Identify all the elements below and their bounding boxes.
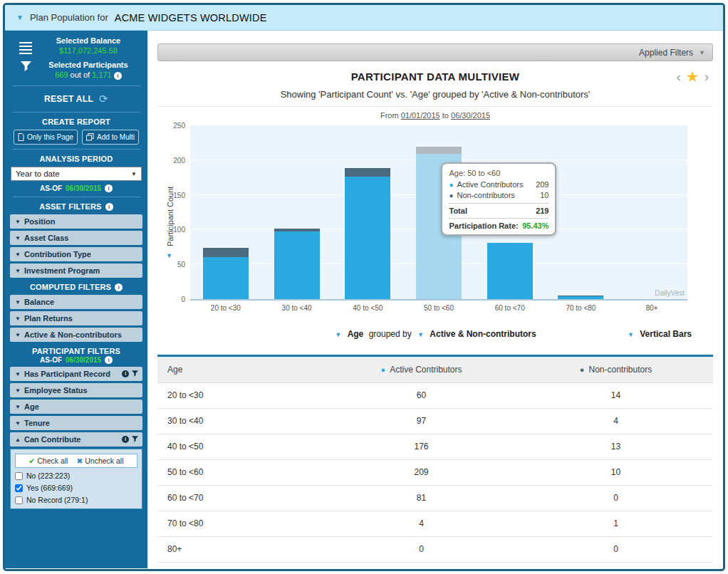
filter-item-plan-returns[interactable]: ▼Plan Returns — [10, 311, 142, 325]
non-contributors-dot-icon: ● — [449, 192, 453, 199]
value-cell: 0 — [324, 536, 519, 562]
can-contribute-panel: ✔Check all ✖Uncheck all No (223:223)Yes … — [10, 449, 142, 509]
bar-active-20-to-30[interactable] — [203, 257, 249, 299]
table-row: 70 to <8041 — [157, 511, 713, 536]
filter-funnel-icon[interactable] — [21, 61, 31, 74]
checkbox[interactable] — [15, 484, 23, 492]
filter-item-label: Can Contribute — [24, 435, 122, 444]
info-icon[interactable]: i — [114, 72, 122, 80]
x-tick-label: 30 to <40 — [282, 304, 312, 312]
chevron-down-icon: ▼ — [699, 49, 705, 56]
funnel-icon[interactable] — [132, 435, 138, 444]
bar-non-40-to-50[interactable] — [345, 168, 390, 177]
table-row: 50 to <6020910 — [157, 459, 713, 485]
applied-filters-label: Applied Filters — [639, 48, 693, 58]
filter-item-can-contribute[interactable]: ▲Can Contributei — [10, 432, 142, 447]
asset-filters-label: ASSET FILTERSi — [8, 202, 145, 211]
funnel-icon[interactable] — [132, 370, 138, 378]
y-axis-caret-icon[interactable]: ▼ — [166, 252, 172, 259]
filter-item-label: Active & Non-contributors — [24, 330, 138, 339]
table-row: 20 to <306014 — [157, 382, 713, 408]
filter-item-age[interactable]: ▼Age — [10, 400, 142, 414]
active-column-header: ●Active Contributors — [324, 357, 519, 382]
checkbox[interactable] — [15, 496, 23, 504]
info-icon[interactable]: i — [122, 370, 129, 377]
reset-all-button[interactable]: RESET ALL ⟳ — [5, 90, 147, 108]
chart-type-select[interactable]: Vertical Bars — [640, 329, 692, 339]
bar-active-70-to-80[interactable] — [558, 296, 603, 299]
y-tick-label: 250 — [173, 122, 185, 130]
bar-non-70-to-80[interactable] — [558, 296, 603, 296]
bar-active-40-to-50[interactable] — [345, 177, 390, 299]
expand-caret-icon: ▼ — [15, 420, 21, 427]
info-icon[interactable]: i — [115, 283, 123, 291]
filter-item-investment-program[interactable]: ▼Investment Program — [10, 263, 142, 278]
filter-item-balance[interactable]: ▼Balance — [10, 295, 142, 309]
checkbox[interactable] — [15, 472, 23, 480]
info-icon[interactable]: i — [105, 184, 113, 192]
filter-item-has-participant-record[interactable]: ▼Has Participant Recordi — [10, 367, 142, 381]
filter-item-asset-class[interactable]: ▼Asset Class — [10, 231, 142, 245]
chart-type-caret-icon[interactable]: ▼ — [628, 331, 634, 338]
value-cell: 13 — [519, 434, 713, 459]
filter-item-contribution-type[interactable]: ▼Contribution Type — [10, 247, 142, 261]
x-axis-caret-icon[interactable]: ▼ — [335, 331, 341, 338]
app-window: ▼ Plan Population for ACME WIDGETS WORLD… — [3, 3, 725, 571]
filter-item-active-non-contributors[interactable]: ▼Active & Non-contributors — [10, 328, 142, 342]
bar-non-20-to-30[interactable] — [203, 248, 249, 258]
start-date-link[interactable]: 01/01/2015 — [401, 111, 440, 120]
analysis-period-select[interactable]: Year to date ▼ — [11, 167, 142, 181]
filter-item-label: Employee Status — [24, 386, 138, 395]
applied-filters-bar[interactable]: Applied Filters ▼ — [157, 43, 713, 61]
non-contributors-dot-icon: ● — [580, 365, 585, 374]
checkbox-option-no-223-223[interactable]: No (223:223) — [15, 471, 137, 480]
add-to-multi-button[interactable]: Add to Multi — [82, 130, 139, 145]
plot-area: DailyVest Age: 50 to <60 ● Active Contri… — [190, 125, 687, 301]
x-tick-label: 20 to <30 — [211, 304, 241, 312]
group-select[interactable]: Active & Non-contributors — [430, 329, 536, 339]
as-of-date: 06/30/2015 — [66, 356, 101, 364]
x-axis-select[interactable]: Age — [348, 329, 364, 339]
divider — [12, 149, 140, 150]
favorite-star-icon[interactable]: ★ — [686, 69, 700, 84]
only-this-page-button[interactable]: Only this Page — [14, 130, 78, 145]
end-date-link[interactable]: 06/30/2015 — [451, 111, 490, 120]
checkbox-option-no-record-279-1[interactable]: No Record (279:1) — [15, 496, 137, 504]
checkbox-option-yes-669-669[interactable]: Yes (669:669) — [15, 484, 137, 492]
analysis-period-label: ANALYSIS PERIOD — [8, 155, 145, 163]
filter-item-employee-status[interactable]: ▼Employee Status — [10, 383, 142, 397]
filter-item-label: Has Participant Record — [24, 370, 122, 378]
next-view-button[interactable]: › — [704, 70, 709, 83]
expand-caret-icon: ▼ — [15, 251, 21, 258]
participant-filter-list: ▼Has Participant Recordi▼Employee Status… — [10, 367, 142, 447]
filter-item-tenure[interactable]: ▼Tenure — [10, 416, 142, 430]
bar-non-30-to-40[interactable] — [274, 229, 320, 231]
info-icon[interactable]: i — [122, 436, 129, 443]
x-tick-label: 40 to <50 — [353, 304, 383, 312]
y-tick-label: 200 — [173, 156, 185, 164]
uncheck-all-button[interactable]: ✖Uncheck all — [76, 456, 123, 465]
active-contributors-dot-icon: ● — [449, 181, 453, 189]
info-icon[interactable]: i — [105, 356, 113, 364]
value-cell: 0 — [519, 485, 713, 511]
asset-filter-list: ▼Position▼Asset Class▼Contribution Type▼… — [10, 214, 142, 278]
expand-caret-icon: ▼ — [15, 315, 21, 322]
check-all-button[interactable]: ✔Check all — [28, 456, 68, 465]
bar-active-60-to-70[interactable] — [487, 243, 533, 299]
age-cell: 50 to <60 — [157, 459, 324, 485]
total-count: 1,171 — [92, 71, 112, 79]
group-caret-icon[interactable]: ▼ — [417, 331, 424, 338]
menu-icon[interactable] — [19, 40, 32, 56]
value-cell: 4 — [324, 511, 519, 536]
x-tick-label: 80+ — [646, 304, 658, 312]
prev-view-button[interactable]: ‹ — [677, 70, 681, 83]
value-cell: 0 — [519, 536, 713, 562]
info-icon[interactable]: i — [105, 203, 113, 211]
bar-active-30-to-40[interactable] — [274, 231, 320, 299]
checkbox-label: No (223:223) — [26, 471, 70, 480]
filter-item-position[interactable]: ▼Position — [10, 214, 142, 229]
bar-non-50-to-60[interactable] — [416, 147, 462, 154]
plan-name: ACME WIDGETS WORLDWIDE — [115, 12, 267, 24]
value-cell: 60 — [324, 382, 519, 408]
collapse-caret-icon[interactable]: ▼ — [16, 14, 24, 21]
